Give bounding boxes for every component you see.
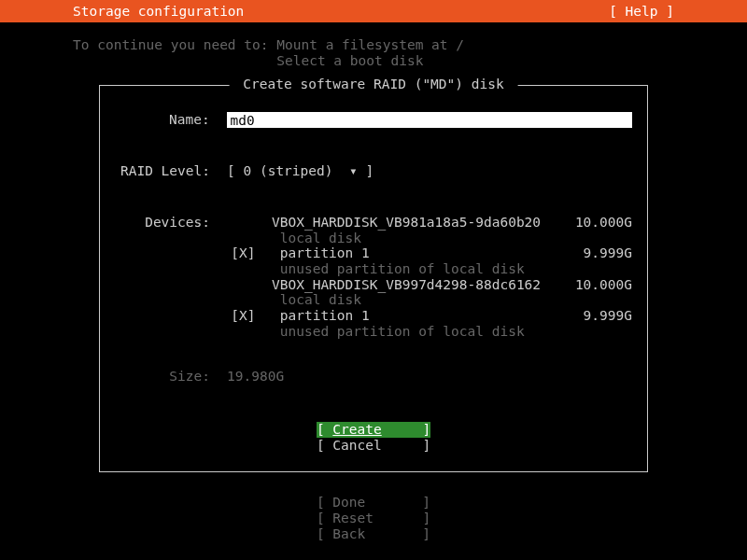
name-row: Name: [115, 112, 632, 128]
name-input[interactable] [227, 112, 632, 128]
create-raid-dialog: Create software RAID ("MD") disk Name: R… [99, 85, 648, 472]
hint-prefix: To continue you need to: [73, 37, 276, 52]
device-partition[interactable]: [X] partition 1 9.999G [227, 308, 632, 324]
hint-line2: Select a boot disk [276, 53, 423, 68]
hint-line1: Mount a filesystem at / [276, 37, 464, 52]
disk-name: VBOX_HARDDISK_VB981a18a5-9da60b20 [272, 215, 567, 231]
device-partition[interactable]: [X] partition 1 9.999G [227, 245, 632, 261]
raid-level-label: RAID Level: [115, 163, 214, 179]
disk-size: 10.000G [567, 277, 632, 293]
raid-level-select[interactable]: [ 0 (striped) ▾ ] [227, 163, 374, 179]
partition-size: 9.999G [567, 245, 632, 261]
devices-label: Devices: [115, 215, 214, 339]
disk-sub-text: local disk [280, 292, 361, 307]
device-disk-sub: local disk [227, 292, 632, 308]
device-part-sub: unused partition of local disk [227, 261, 632, 277]
header-title: Storage configuration [73, 4, 244, 20]
device-part-sub: unused partition of local disk [227, 324, 632, 340]
partition-name: partition 1 [280, 245, 370, 260]
size-row: Size: 19.980G [115, 369, 632, 385]
device-disk-sub: local disk [227, 231, 632, 246]
partition-size: 9.999G [567, 308, 632, 324]
partition-checkbox[interactable]: [X] [227, 245, 272, 261]
disk-size: 10.000G [567, 215, 632, 231]
device-disk: VBOX_HARDDISK_VB981a18a5-9da60b20 10.000… [227, 215, 632, 231]
content-area: To continue you need to: Mount a filesys… [0, 22, 747, 541]
reset-button[interactable]: [ Reset ] [317, 511, 430, 526]
size-value: 19.980G [227, 369, 284, 385]
create-button[interactable]: [ Create ] [317, 422, 430, 438]
dialog-buttons: [ Create ] [ Cancel ] [115, 422, 632, 453]
disk-name: VBOX_HARDDISK_VB997d4298-88dc6162 [272, 277, 567, 293]
device-disk: VBOX_HARDDISK_VB997d4298-88dc6162 10.000… [227, 277, 632, 293]
devices-block: Devices: VBOX_HARDDISK_VB981a18a5-9da60b… [115, 215, 632, 339]
part-sub-text: unused partition of local disk [280, 324, 525, 339]
done-button[interactable]: [ Done ] [317, 495, 430, 511]
header-bar: Storage configuration [ Help ] [0, 0, 747, 22]
footer-buttons: [ Done ] [ Reset ] [ Back ] [0, 495, 747, 541]
help-button[interactable]: [ Help ] [609, 4, 674, 20]
part-sub-text: unused partition of local disk [280, 261, 525, 276]
size-label: Size: [115, 369, 214, 385]
cancel-button[interactable]: [ Cancel ] [317, 438, 430, 454]
devices-column: VBOX_HARDDISK_VB981a18a5-9da60b20 10.000… [227, 215, 632, 339]
partition-name: partition 1 [280, 308, 370, 323]
disk-sub-text: local disk [280, 231, 361, 245]
raid-level-row: RAID Level: [ 0 (striped) ▾ ] [115, 163, 632, 179]
name-label: Name: [115, 112, 214, 128]
back-button[interactable]: [ Back ] [317, 526, 430, 542]
hint-block: To continue you need to: Mount a filesys… [0, 22, 747, 68]
dialog-title: Create software RAID ("MD") disk [230, 77, 518, 92]
partition-checkbox[interactable]: [X] [227, 308, 272, 324]
